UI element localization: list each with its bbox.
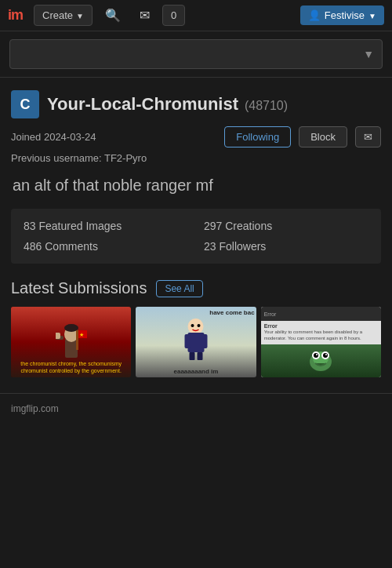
thumb1-caption: the chromunist chromy, the schomunismy c…: [13, 361, 129, 374]
previous-username: Previous username: TF2-Pyro: [11, 152, 381, 164]
chevron-down-icon: [76, 9, 84, 21]
thumbnail-1[interactable]: ★ the chromunist chromy, the schomunismy…: [11, 307, 131, 377]
svg-rect-4: [56, 333, 60, 339]
user-chevron-icon: [368, 9, 376, 21]
svg-rect-9: [187, 333, 204, 352]
see-all-button[interactable]: See All: [156, 280, 202, 297]
thumb2-top-text: have come bac: [137, 309, 254, 316]
following-button[interactable]: Following: [224, 126, 291, 147]
svg-point-15: [197, 324, 200, 327]
notifications-count: 0: [171, 9, 176, 21]
message-button[interactable]: ✉: [355, 126, 381, 147]
submissions-title: Latest Submissions: [11, 279, 147, 297]
thumb3-error-title: Error: [264, 323, 378, 329]
svg-rect-13: [197, 352, 202, 360]
search-area: ▼: [0, 31, 392, 78]
thumb1-figure-svg: ★: [56, 319, 87, 366]
block-button[interactable]: Block: [299, 126, 347, 147]
thumb2-figure-svg: [182, 319, 209, 362]
header: im Create 🔍 ✉ 0 👤 Festivise: [0, 0, 392, 31]
username-label: Festivise: [325, 9, 365, 21]
thumb3-error-text: Your ability to comment has been disable…: [264, 330, 378, 342]
profile-section: C Your-Local-Chromunist (48710) Joined 2…: [0, 78, 392, 385]
thumbnails-grid: ★ the chromunist chromy, the schomunismy…: [11, 307, 381, 377]
create-button[interactable]: Create: [34, 5, 93, 26]
footer: imgflip.com: [0, 393, 392, 422]
svg-point-20: [314, 353, 318, 358]
thumb3-top-text: Error: [264, 311, 277, 317]
search-box[interactable]: ▼: [9, 39, 383, 69]
search-chevron-icon: ▼: [363, 48, 374, 60]
svg-point-21: [323, 353, 328, 358]
thumb3-error-area: Error Your ability to comment has been d…: [261, 321, 381, 344]
profile-username: Your-Local-Chromunist: [47, 94, 238, 114]
thumb3-kermit-area: [261, 344, 381, 377]
svg-text:★: ★: [79, 332, 84, 337]
footer-logo: imgflip.com: [11, 403, 59, 414]
profile-icon: C: [11, 90, 39, 118]
user-icon: 👤: [308, 9, 321, 21]
kermit-svg: [307, 349, 335, 373]
thumb3-top-bar: Error: [261, 307, 381, 321]
followers-stat: 23 Followers: [204, 240, 368, 253]
profile-meta-row: Joined 2024-03-24 Following Block ✉: [11, 126, 381, 147]
featured-images-stat: 83 Featured Images: [24, 220, 188, 232]
creations-stat: 297 Creations: [204, 220, 368, 232]
svg-rect-5: [76, 330, 78, 350]
user-menu-button[interactable]: 👤 Festivise: [300, 5, 384, 25]
search-button[interactable]: 🔍: [99, 5, 127, 26]
comments-stat: 486 Comments: [24, 240, 188, 253]
thumb2-bottom-text: eaaaaaaand im: [137, 368, 254, 375]
svg-point-8: [187, 319, 203, 334]
svg-rect-10: [184, 334, 190, 348]
profile-id: (48710): [245, 99, 288, 112]
svg-point-22: [316, 354, 318, 355]
thumbnail-2[interactable]: have come bac eaaaaaaand im: [136, 307, 256, 377]
notifications-button[interactable]: 0: [162, 5, 185, 26]
profile-bio: an alt of that noble ranger mf: [11, 177, 381, 195]
joined-date: Joined 2024-03-24: [11, 131, 216, 143]
svg-point-23: [325, 354, 327, 355]
thumbnail-3[interactable]: Error Error Your ability to comment has …: [261, 307, 381, 377]
mail-button[interactable]: ✉: [133, 5, 156, 26]
profile-name-area: Your-Local-Chromunist (48710): [47, 94, 288, 115]
stats-box: 83 Featured Images 297 Creations 486 Com…: [11, 209, 381, 264]
svg-rect-11: [201, 334, 207, 348]
profile-title-row: C Your-Local-Chromunist (48710): [11, 90, 381, 118]
svg-rect-12: [189, 352, 194, 360]
logo: im: [8, 7, 23, 24]
submissions-header: Latest Submissions See All: [11, 279, 381, 297]
svg-point-14: [191, 324, 194, 327]
create-label: Create: [42, 9, 73, 21]
